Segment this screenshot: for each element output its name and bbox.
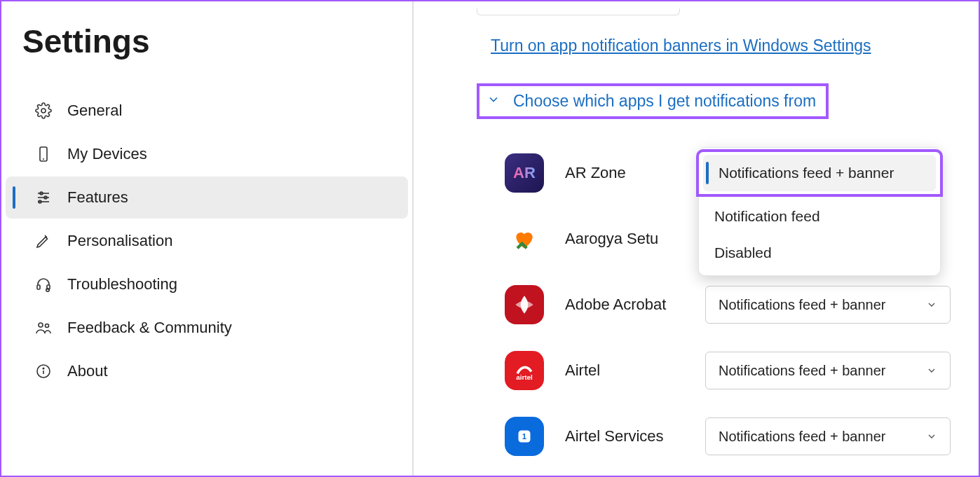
chevron-down-icon xyxy=(926,299,937,310)
chevron-down-icon xyxy=(926,431,937,442)
svg-point-16 xyxy=(43,368,44,369)
collapsible-label: Choose which apps I get notifications fr… xyxy=(513,92,816,111)
notification-dropdown[interactable]: Notifications feed + banner xyxy=(705,352,951,389)
sidebar-item-troubleshooting[interactable]: Troubleshooting xyxy=(6,263,408,305)
link-row: Turn on app notification banners in Wind… xyxy=(477,36,951,55)
sliders-icon xyxy=(34,188,53,207)
notification-dropdown[interactable]: Notifications feed + banner xyxy=(705,286,951,324)
pen-icon xyxy=(34,231,53,251)
sidebar-item-label: Troubleshooting xyxy=(67,275,177,293)
nav-list: General My Devices Features Personalisat… xyxy=(1,81,412,392)
sidebar-item-label: About xyxy=(67,362,108,380)
sidebar-item-general[interactable]: General xyxy=(6,90,408,132)
dropdown-option-feed-banner[interactable]: Notifications feed + banner xyxy=(703,155,936,191)
dropdown-selected-highlight: Notifications feed + banner xyxy=(696,149,943,197)
dropdown-option-feed[interactable]: Notification feed xyxy=(699,198,940,235)
sidebar-item-my-devices[interactable]: My Devices xyxy=(6,133,408,175)
dropdown-option-label: Notification feed xyxy=(714,208,820,224)
dropdown-option-disabled[interactable]: Disabled xyxy=(699,235,940,271)
windows-settings-link[interactable]: Turn on app notification banners in Wind… xyxy=(491,36,871,55)
notification-dropdown[interactable]: Notifications feed + banner xyxy=(705,417,951,455)
app-row-airtel: airtel Airtel Notifications feed + banne… xyxy=(505,338,951,403)
app-icon-airtel: airtel xyxy=(505,351,544,390)
svg-text:airtel: airtel xyxy=(516,373,533,381)
sidebar-item-label: My Devices xyxy=(67,145,147,163)
headset-help-icon xyxy=(34,275,53,294)
chevron-down-icon xyxy=(926,365,937,376)
sidebar-item-label: Personalisation xyxy=(67,232,172,250)
sidebar-item-label: Feedback & Community xyxy=(67,319,232,337)
info-icon xyxy=(34,361,53,381)
svg-point-11 xyxy=(46,289,49,291)
dropdown-value: Notifications feed + banner xyxy=(719,297,886,313)
gear-icon xyxy=(34,101,53,120)
sidebar-item-features[interactable]: Features xyxy=(6,177,408,219)
app-row-airtel-services: 1 Airtel Services Notifications feed + b… xyxy=(505,403,951,469)
phone-icon xyxy=(34,144,53,164)
sidebar-item-feedback-community[interactable]: Feedback & Community xyxy=(6,307,408,349)
app-name: Adobe Acrobat xyxy=(565,296,684,314)
svg-point-0 xyxy=(41,109,46,113)
collapsed-card-bottom xyxy=(477,8,680,15)
chevron-down-icon xyxy=(486,92,501,111)
app-icon-airtel-services: 1 xyxy=(505,417,544,456)
notification-dropdown-menu: Notifications feed + banner Notification… xyxy=(698,147,941,276)
sidebar-item-about[interactable]: About xyxy=(6,350,408,392)
app-name: Airtel xyxy=(565,361,684,380)
sidebar-item-label: Features xyxy=(67,188,128,207)
sidebar-item-label: General xyxy=(67,102,122,120)
dropdown-option-label: Notifications feed + banner xyxy=(719,165,894,181)
app-name: Aarogya Setu xyxy=(565,230,684,248)
svg-rect-9 xyxy=(37,285,40,289)
svg-point-12 xyxy=(39,323,43,327)
dropdown-value: Notifications feed + banner xyxy=(719,429,886,445)
app-icon-ar-zone: AR xyxy=(505,153,544,193)
dropdown-option-label: Disabled xyxy=(714,244,772,261)
page-title: Settings xyxy=(1,8,412,81)
app-name: AR Zone xyxy=(565,164,684,182)
people-icon xyxy=(34,318,53,338)
app-icon-adobe-acrobat xyxy=(505,285,544,324)
main-content: Turn on app notification banners in Wind… xyxy=(414,1,979,476)
collapsible-choose-apps[interactable]: Choose which apps I get notifications fr… xyxy=(477,83,829,119)
dropdown-value: Notifications feed + banner xyxy=(719,363,886,379)
app-icon-aarogya-setu xyxy=(505,219,544,258)
app-name: Airtel Services xyxy=(565,427,684,445)
svg-point-13 xyxy=(46,324,49,328)
app-row-adobe-acrobat: Adobe Acrobat Notifications feed + banne… xyxy=(505,272,951,338)
svg-text:1: 1 xyxy=(522,432,526,441)
sidebar: Settings General My Devices Features Per… xyxy=(1,1,414,476)
sidebar-item-personalisation[interactable]: Personalisation xyxy=(6,220,408,262)
